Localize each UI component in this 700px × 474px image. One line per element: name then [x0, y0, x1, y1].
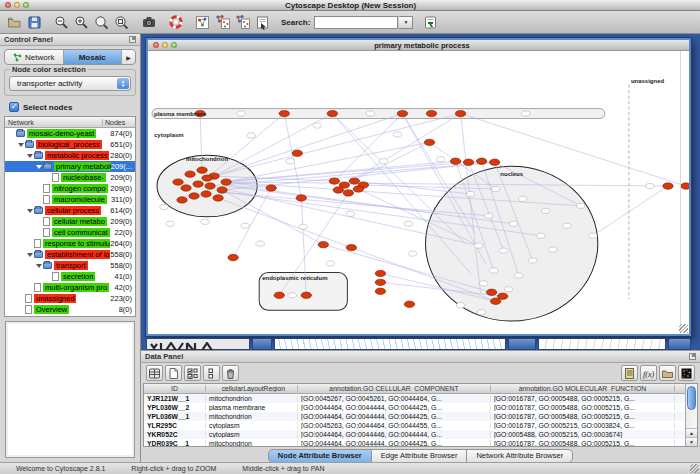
table-cell[interactable]: [GO:0044464, GO:0044446, GO:0044444, G..…: [298, 431, 491, 438]
table-scrollbar-thumb[interactable]: [687, 386, 696, 410]
network-canvas[interactable]: plasma membranecytoplasmmitochondrionnuc…: [148, 51, 689, 334]
select-nodes-checkbox[interactable]: ✓: [9, 102, 19, 112]
tree-row[interactable]: multi-organism pro42(0): [5, 282, 135, 293]
select-attributes-button[interactable]: [184, 365, 201, 381]
table-row[interactable]: YLR295Ccytoplasm[GO:0045263, GO:0044464,…: [144, 421, 685, 430]
delete-attribute-button[interactable]: [222, 365, 239, 381]
tab-edge-attribute-browser[interactable]: Edge Attribute Browser: [372, 449, 468, 463]
tab-network-attribute-browser[interactable]: Network Attribute Browser: [467, 449, 573, 463]
tree-row[interactable]: response to stimulu264(0): [5, 238, 135, 249]
table-cell[interactable]: cytoplasm: [206, 422, 298, 429]
export-document-button[interactable]: [253, 13, 272, 32]
table-cell[interactable]: [GO:0016787, GO:0005215, GO:0003824, G..…: [491, 422, 675, 429]
disclosure-triangle-icon[interactable]: [36, 165, 42, 169]
table-cell[interactable]: mitochondrion: [206, 413, 298, 420]
table-cell[interactable]: [GO:0044464, GO:0044444, GO:0044425, G..…: [298, 440, 491, 446]
tree-row[interactable]: cellular metabo209(0): [5, 216, 135, 227]
col-id[interactable]: ID: [144, 385, 206, 392]
disclosure-triangle-icon[interactable]: [36, 264, 42, 268]
network-window-titlebar[interactable]: primary metabolic process: [148, 40, 689, 51]
tab-mosaic[interactable]: Mosaic: [64, 50, 123, 64]
table-cell[interactable]: YJR121W__1: [144, 395, 206, 402]
tree-row[interactable]: primary metabolic209(...: [5, 161, 135, 172]
tree-row[interactable]: nucleobase-209(0): [5, 172, 135, 183]
table-cell[interactable]: YKR052C: [144, 431, 206, 438]
import-annotation-red-button[interactable]: [213, 13, 232, 32]
table-cell[interactable]: cytoplasm: [206, 431, 298, 438]
disclosure-triangle-icon[interactable]: [27, 154, 33, 158]
search-dropdown-button[interactable]: ▼: [399, 16, 413, 29]
tree-row[interactable]: unassigned223(0): [5, 293, 135, 304]
table-scrollbar[interactable]: ▲ ▼: [685, 384, 697, 446]
snapshot-button[interactable]: [139, 13, 158, 32]
table-cell[interactable]: [GO:0016787, GO:0005488, GO:0005215, G..…: [491, 413, 675, 420]
zoom-out-button[interactable]: [52, 13, 71, 32]
float-data-panel-icon[interactable]: [689, 353, 696, 360]
table-cell[interactable]: mitochondrion: [206, 440, 298, 446]
minimize-button[interactable]: [14, 2, 20, 8]
table-cell[interactable]: [GO:0045263, GO:0044464, GO:0044455, G..…: [298, 422, 491, 429]
zoom-fit-button[interactable]: [112, 13, 131, 32]
table-cell[interactable]: YLR295C: [144, 422, 206, 429]
background-window-sliver[interactable]: [274, 338, 506, 350]
table-cell[interactable]: YDR039C__1: [144, 440, 206, 446]
zoom-in-button[interactable]: [72, 13, 91, 32]
table-row[interactable]: YPL036W__2plasma membrane[GO:0044464, GO…: [144, 403, 685, 412]
network-close-button[interactable]: [153, 42, 159, 48]
zoom-selected-button[interactable]: [92, 13, 111, 32]
disclosure-triangle-icon[interactable]: [27, 209, 33, 213]
table-cell[interactable]: [GO:0016787, GO:0005488, GO:0005215, G..…: [491, 404, 675, 411]
tab-overflow-button[interactable]: ▶: [122, 50, 135, 64]
tab-network[interactable]: Network: [5, 50, 64, 64]
scroll-up-button[interactable]: ▲: [686, 428, 697, 437]
tree-row[interactable]: biological_process651(0): [5, 139, 135, 150]
table-cell[interactable]: [GO:0016787, GO:0005488, GO:0005215, G..…: [491, 440, 675, 446]
disclosure-triangle-icon[interactable]: [27, 253, 33, 257]
function-builder-button[interactable]: f(x): [640, 365, 657, 381]
table-row[interactable]: YPL036W__1mitochondrion[GO:0044464, GO:0…: [144, 412, 685, 421]
table-row[interactable]: YDR039C__1mitochondrion[GO:0044464, GO:0…: [144, 439, 685, 446]
table-cell[interactable]: YPL036W__1: [144, 413, 206, 420]
table-cell[interactable]: [GO:0005488, GO:0005215, GO:0003674]: [491, 431, 675, 438]
attribute-table-button[interactable]: [146, 365, 163, 381]
network-window-resize-grip[interactable]: [679, 324, 688, 333]
close-button[interactable]: [5, 2, 11, 8]
matrix-button[interactable]: [678, 365, 695, 381]
float-panel-icon[interactable]: [129, 36, 136, 43]
import-annotation-blue-button[interactable]: [233, 13, 252, 32]
search-input[interactable]: [314, 16, 398, 29]
scroll-down-button[interactable]: ▼: [686, 437, 697, 446]
table-cell[interactable]: [GO:0045267, GO:0045261, GO:0044464, G..…: [298, 395, 491, 402]
tree-row[interactable]: cell communicat22(0): [5, 227, 135, 238]
save-session-button[interactable]: [25, 13, 44, 32]
tree-row[interactable]: metabolic process280(0): [5, 150, 135, 161]
col-layout-region[interactable]: _cellularLayoutRegion: [206, 385, 298, 392]
col-molecular-function[interactable]: annotation.GO MOLECULAR_FUNCTION: [491, 385, 675, 392]
tree-row[interactable]: establishment of lo558(0): [5, 249, 135, 260]
tree-row[interactable]: nitrogen compo209(0): [5, 183, 135, 194]
tree-row[interactable]: mosaic-demo-yeast874(0): [5, 128, 135, 139]
col-cellular-component[interactable]: annotation.GO CELLULAR_COMPONENT: [298, 385, 491, 392]
tree-row[interactable]: transport558(0): [5, 260, 135, 271]
annotation-button[interactable]: [621, 365, 638, 381]
node-color-dropdown[interactable]: transporter activity ▲▼: [9, 76, 131, 91]
table-cell[interactable]: [GO:0044464, GO:0044444, GO:0044425, G..…: [298, 413, 491, 420]
tree-row[interactable]: secretion41(0): [5, 271, 135, 282]
disclosure-triangle-icon[interactable]: [18, 143, 24, 147]
table-cell[interactable]: mitochondrion: [206, 395, 298, 402]
table-cell[interactable]: plasma membrane: [206, 404, 298, 411]
background-window-edge[interactable]: [252, 338, 272, 350]
birdseye-view-panel[interactable]: [5, 321, 135, 458]
table-row[interactable]: YJR121W__1mitochondrion[GO:0045267, GO:0…: [144, 394, 685, 403]
background-window-overview[interactable]: [146, 338, 250, 350]
tree-row[interactable]: cellular process614(0): [5, 205, 135, 216]
help-button[interactable]: [166, 13, 185, 32]
import-attributes-button[interactable]: [421, 13, 440, 32]
create-network-button[interactable]: [193, 13, 212, 32]
background-window-edge[interactable]: [508, 338, 536, 350]
network-minimize-button[interactable]: [162, 42, 168, 48]
table-cell[interactable]: [GO:0016787, GO:0005488, GO:0005215, G..…: [491, 395, 675, 402]
tree-row[interactable]: macromolecule311(0): [5, 194, 135, 205]
tab-node-attribute-browser[interactable]: Node Attribute Browser: [268, 449, 372, 463]
table-cell[interactable]: YPL036W__2: [144, 404, 206, 411]
